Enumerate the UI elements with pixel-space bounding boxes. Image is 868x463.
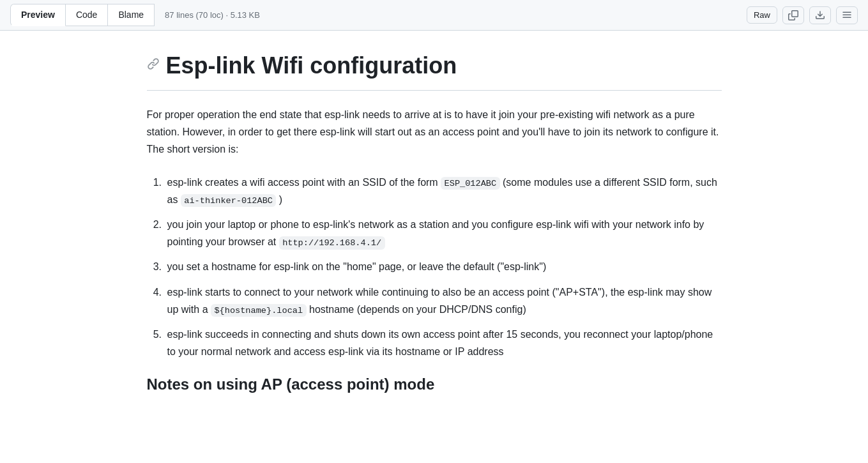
copy-button[interactable]	[782, 6, 804, 24]
lines-icon	[842, 10, 852, 20]
copy-icon	[788, 10, 798, 20]
code-hostname: ${hostname}.local	[211, 304, 307, 317]
title-container: Esp-link Wifi configuration	[147, 51, 722, 80]
top-bar-left: Preview Code Blame 87 lines (70 loc) · 5…	[10, 4, 260, 26]
content-area: Esp-link Wifi configuration For proper o…	[121, 31, 747, 419]
title-divider	[147, 90, 722, 91]
top-bar-right: Raw	[747, 6, 858, 24]
code-ai-thinker: ai-thinker-012ABC	[181, 194, 277, 207]
list-item-text: you join your laptop or phone to esp-lin…	[167, 219, 704, 247]
list-item: you set a hostname for esp-link on the "…	[165, 258, 722, 275]
file-info: 87 lines (70 loc) · 5.13 KB	[165, 10, 260, 20]
list-item: you join your laptop or phone to esp-lin…	[165, 216, 722, 250]
anchor-link[interactable]	[147, 57, 160, 73]
list-item: esp-link starts to connect to your netwo…	[165, 284, 722, 318]
tab-blame[interactable]: Blame	[108, 4, 155, 26]
page-title: Esp-link Wifi configuration	[166, 51, 457, 80]
tab-code[interactable]: Code	[66, 4, 108, 26]
code-esp012abc: ESP_012ABC	[441, 177, 499, 190]
steps-list: esp-link creates a wifi access point wit…	[147, 174, 722, 361]
list-item: esp-link creates a wifi access point wit…	[165, 174, 722, 208]
raw-button[interactable]: Raw	[747, 6, 777, 24]
list-item-text: esp-link creates a wifi access point wit…	[167, 177, 717, 205]
download-button[interactable]	[809, 6, 831, 24]
description-text: For proper operation the end state that …	[147, 106, 722, 158]
download-icon	[815, 10, 825, 20]
list-item: esp-link succeeds in connecting and shut…	[165, 326, 722, 360]
code-url: http://192.168.4.1/	[279, 236, 385, 249]
link-icon	[147, 57, 160, 70]
top-bar: Preview Code Blame 87 lines (70 loc) · 5…	[0, 0, 868, 31]
list-item-text: you set a hostname for esp-link on the "…	[167, 261, 547, 272]
section2-title: Notes on using AP (access point) mode	[147, 376, 722, 393]
list-item-text: esp-link starts to connect to your netwo…	[167, 287, 712, 315]
list-item-text: esp-link succeeds in connecting and shut…	[167, 329, 713, 357]
tab-preview[interactable]: Preview	[10, 4, 66, 26]
lines-button[interactable]	[836, 6, 858, 24]
